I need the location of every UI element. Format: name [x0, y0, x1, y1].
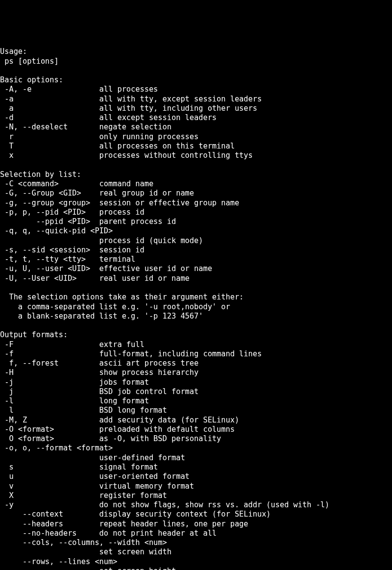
terminal-line: -H show process hierarchy [0, 368, 392, 377]
terminal-line: v virtual memory format [0, 482, 392, 491]
terminal-line: Basic options: [0, 75, 392, 85]
terminal-line: -N, --deselect negate selection [0, 123, 392, 132]
terminal-line: --no-headers do not print header at all [0, 529, 392, 538]
terminal-line: user-defined format [0, 453, 392, 463]
terminal-line: -d all except session leaders [0, 113, 392, 123]
terminal-output: Usage: ps [options] Basic options: -A, -… [0, 47, 392, 570]
terminal-line: a all with tty, including other users [0, 104, 392, 113]
terminal-line: -M, Z add security data (for SELinux) [0, 416, 392, 425]
terminal-line: u user-oriented format [0, 472, 392, 481]
terminal-line: -O <format> preloaded with default colum… [0, 425, 392, 434]
terminal-line: Output formats: [0, 330, 392, 340]
terminal-line: --cols, --columns, --width <num> [0, 538, 392, 547]
terminal-line: set screen width [0, 547, 392, 557]
terminal-line: --rows, --lines <num> [0, 557, 392, 567]
terminal-line: process id (quick mode) [0, 236, 392, 246]
terminal-line: x processes without controlling ttys [0, 151, 392, 160]
terminal-line: set screen height [0, 567, 392, 570]
terminal-line [0, 161, 392, 170]
terminal-line: s signal format [0, 463, 392, 472]
terminal-line: -a all with tty, except session leaders [0, 95, 392, 104]
terminal-line: -y do not show flags, show rss vs. addr … [0, 500, 392, 510]
terminal-line: The selection options take as their argu… [0, 293, 392, 302]
terminal-line: -o, o, --format <format> [0, 444, 392, 453]
terminal-line [0, 283, 392, 293]
terminal-line: -t, t, --tty <tty> terminal [0, 255, 392, 264]
terminal-line: T all processes on this terminal [0, 142, 392, 151]
terminal-line: -f full-format, including command lines [0, 349, 392, 359]
terminal-line [0, 66, 392, 75]
terminal-line: -q, q, --quick-pid <PID> [0, 226, 392, 236]
terminal-line: -u, U, --user <UID> effective user id or… [0, 264, 392, 273]
terminal-line: r only running processes [0, 132, 392, 142]
terminal-line: X register format [0, 491, 392, 500]
terminal-line: O <format> as -O, with BSD personality [0, 434, 392, 444]
terminal-line: -g, --group <group> session or effective… [0, 198, 392, 208]
terminal-line: -G, --Group <GID> real group id or name [0, 189, 392, 198]
terminal-line: a blank-separated list e.g. '-p 123 4567… [0, 312, 392, 321]
terminal-line: -U, --User <UID> real user id or name [0, 274, 392, 283]
terminal-line: j BSD job control format [0, 387, 392, 397]
terminal-line: --context display security context (for … [0, 510, 392, 519]
terminal-line: Usage: [0, 47, 392, 56]
terminal-line: Selection by list: [0, 170, 392, 179]
terminal-line: -A, -e all processes [0, 85, 392, 94]
terminal-line: -C <command> command name [0, 179, 392, 189]
terminal-line: a comma-separated list e.g. '-u root,nob… [0, 302, 392, 312]
terminal-line: --ppid <PID> parent process id [0, 217, 392, 226]
terminal-line: -p, p, --pid <PID> process id [0, 208, 392, 217]
terminal-line: -F extra full [0, 340, 392, 349]
terminal-line: f, --forest ascii art process tree [0, 359, 392, 368]
terminal-line: l BSD long format [0, 406, 392, 415]
terminal-line: -j jobs format [0, 378, 392, 387]
terminal-line: -l long format [0, 397, 392, 406]
terminal-line: --headers repeat header lines, one per p… [0, 520, 392, 529]
terminal-line: -s, --sid <session> session id [0, 246, 392, 255]
terminal-line [0, 321, 392, 330]
terminal-line: ps [options] [0, 57, 392, 66]
